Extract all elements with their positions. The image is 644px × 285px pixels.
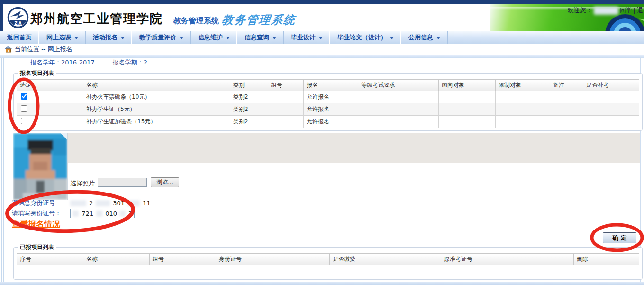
- project-checkbox[interactable]: [21, 93, 27, 100]
- signup-projects-table: 选定 名称 类别 组号 报名 等级考试要求 面向对象 限制对象 备注 是否补考 …: [17, 79, 639, 128]
- cell-remark: [550, 103, 583, 116]
- nav-item-label: 信息维护: [198, 33, 223, 42]
- system-name: 教务管理系统: [173, 16, 219, 26]
- table-row: 补办学生证加磁条（15元） 类别2 允许报名: [17, 116, 639, 128]
- view-signup-status-link[interactable]: 查看报名情况: [12, 219, 60, 230]
- signup-term-label: 报名学期：: [113, 59, 144, 66]
- cell-signup: 允许报名: [304, 103, 358, 116]
- table-row: 补办学生证（5元） 类别2 允许报名: [17, 103, 639, 116]
- cell-target: [439, 116, 496, 128]
- nav-item-label: 毕业设计: [291, 33, 316, 42]
- logo-text: ZIA: [15, 21, 22, 26]
- signup-projects-legend: 报名项目列表: [18, 69, 56, 77]
- source-id-label: 源信息身份证号: [12, 199, 70, 207]
- nav-item-home[interactable]: 返回首页: [0, 31, 39, 44]
- browse-button[interactable]: 浏览...: [151, 177, 179, 187]
- chevron-down-icon: [121, 37, 125, 39]
- photo-file-input[interactable]: [98, 178, 147, 187]
- column-header: 名称: [83, 254, 150, 265]
- nav-item-info-query[interactable]: 信息查询: [237, 31, 284, 44]
- nav-item-label: 毕业论文（设计）: [337, 33, 387, 42]
- column-header: 备注: [550, 80, 583, 91]
- cell-category: 类别2: [230, 91, 268, 103]
- redacted-digits: [120, 211, 126, 217]
- cell-makeup: [583, 103, 639, 116]
- system-name-italic: 教务管理系统: [221, 12, 296, 28]
- cell-group: [268, 103, 304, 116]
- column-header: 限制对象: [496, 80, 550, 91]
- id-digits: 010: [105, 210, 117, 217]
- chevron-down-icon: [272, 37, 276, 39]
- cell-target: [439, 91, 496, 103]
- cell-exam-req: [358, 116, 439, 128]
- nav-item-course-selection[interactable]: 网上选课: [39, 31, 86, 44]
- column-header: 类别: [230, 80, 268, 91]
- nav-item-label: 活动报名: [93, 33, 118, 42]
- registered-projects-fieldset: 已报项目列表 序号 名称 组号 身份证号 是否缴费 原准考证号 删除: [13, 243, 643, 280]
- signup-year-label: 报名学年：: [30, 59, 61, 66]
- cell-makeup: [583, 116, 639, 128]
- main-navbar: 返回首页 网上选课 活动报名 教学质量评价 信息维护 信息查询 毕业设计 毕业论…: [0, 31, 644, 44]
- home-icon: [5, 46, 12, 53]
- cell-restrict: [496, 103, 550, 116]
- nav-item-label: 网上选课: [46, 33, 71, 42]
- chevron-down-icon: [74, 37, 78, 39]
- redacted-digits: [96, 211, 102, 217]
- column-header: 是否缴费: [330, 254, 441, 265]
- chevron-down-icon: [436, 37, 440, 39]
- source-id-row: 源信息身份证号 2 301 11: [12, 199, 151, 207]
- breadcrumb-label: 当前位置 -- 网上报名: [15, 45, 73, 54]
- column-header: 名称: [83, 80, 230, 91]
- app-header: ZIA 郑州航空工业管理学院 教务管理系统 教务管理系统 欢迎您： 同学 |: [0, 4, 644, 31]
- welcome-prefix: 欢迎您：: [568, 6, 592, 15]
- column-header: 面向对象: [439, 80, 496, 91]
- id-number-input[interactable]: 721 010 1: [70, 209, 135, 218]
- signup-year-value: 2016-2017: [61, 59, 95, 66]
- project-checkbox[interactable]: [21, 118, 27, 124]
- column-header: 等级考试要求: [358, 80, 439, 91]
- logout-link[interactable]: 退: [637, 6, 643, 15]
- nav-item-graduation-design[interactable]: 毕业设计: [284, 31, 330, 44]
- left-rail: [1, 58, 4, 282]
- cell-select: [17, 91, 83, 103]
- welcome-separator: |: [634, 7, 635, 14]
- table-header-row: 序号 名称 组号 身份证号 是否缴费 原准考证号 删除: [17, 254, 639, 265]
- chevron-down-icon: [319, 37, 323, 39]
- redacted-digits: [96, 200, 110, 206]
- project-checkbox[interactable]: [21, 105, 27, 112]
- signup-term-value: 2: [144, 59, 147, 66]
- cell-makeup: [583, 91, 639, 103]
- cell-group: [268, 91, 304, 103]
- cell-category: 类别2: [230, 103, 268, 116]
- breadcrumb: 当前位置 -- 网上报名: [0, 44, 644, 55]
- id-digits: 721: [82, 210, 93, 217]
- window-left-edge: [0, 4, 3, 31]
- column-header: 组号: [150, 254, 216, 265]
- nav-item-graduation-thesis[interactable]: 毕业论文（设计）: [330, 31, 401, 44]
- signup-projects-fieldset: 报名项目列表 选定 名称 类别 组号 报名 等级考试要求 面向对象 限制对象 备…: [13, 69, 643, 131]
- column-header: 身份证号: [216, 254, 330, 265]
- nav-item-activity-signup[interactable]: 活动报名: [86, 31, 132, 44]
- welcome-suffix: 同学: [620, 6, 632, 15]
- nav-item-teaching-quality[interactable]: 教学质量评价: [132, 31, 191, 44]
- cell-remark: [550, 91, 583, 103]
- photo-section-band: [68, 133, 640, 163]
- registered-projects-table: 序号 名称 组号 身份证号 是否缴费 原准考证号 删除: [17, 253, 639, 265]
- panel-bottom-border: [13, 280, 641, 280]
- input-id-label: 请填写身份证号：: [12, 209, 70, 218]
- confirm-button[interactable]: 确 定: [603, 232, 636, 243]
- column-header: 原准考证号: [441, 254, 574, 265]
- school-name: 郑州航空工业管理学院: [30, 10, 163, 27]
- id-digits: 1: [128, 210, 132, 217]
- cell-signup: 允许报名: [304, 91, 358, 103]
- cell-exam-req: [358, 91, 439, 103]
- column-header: 是否补考: [583, 80, 639, 91]
- source-id-value: 2 301 11: [70, 200, 151, 207]
- cell-remark: [550, 116, 583, 128]
- header-green-banner: 欢迎您： 同学 | 退: [490, 4, 644, 31]
- id-digits: 301: [113, 200, 125, 207]
- redacted-digits: [127, 200, 140, 206]
- student-name-redacted: [594, 7, 618, 15]
- nav-item-info-maintenance[interactable]: 信息维护: [191, 31, 237, 44]
- nav-item-public-info[interactable]: 公用信息: [401, 31, 448, 44]
